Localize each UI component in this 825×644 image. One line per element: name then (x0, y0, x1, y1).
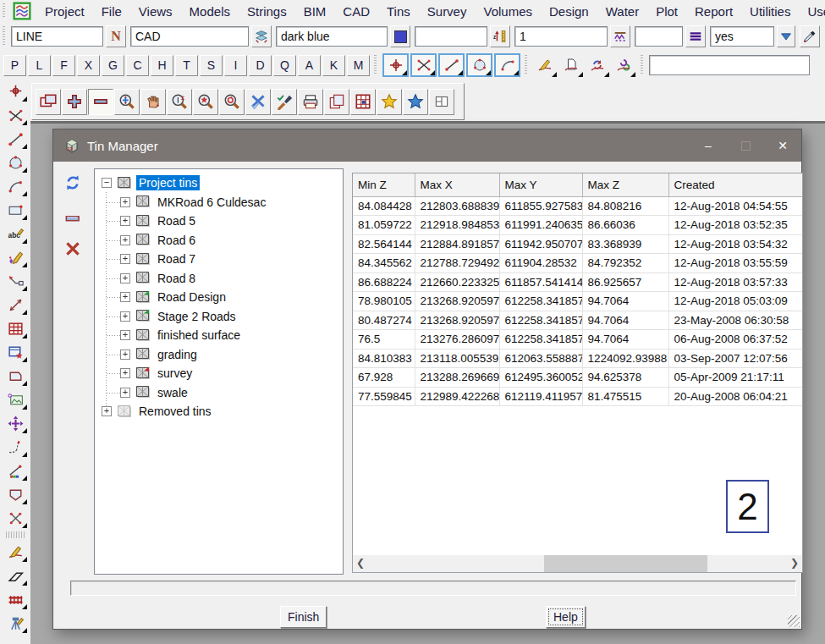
menu-item-tins[interactable]: Tins (378, 3, 419, 20)
wipe-button[interactable] (245, 89, 271, 115)
tree-expand-box[interactable]: + (120, 197, 130, 207)
snap-toggle-c[interactable]: C (126, 55, 149, 76)
resize-grip[interactable] (788, 615, 800, 627)
column-header-min-z[interactable]: Min Z (353, 173, 415, 196)
tree-item-road-6[interactable]: +Road 6 (95, 231, 343, 250)
create-circle-tool-icon[interactable] (3, 152, 27, 173)
finish-button[interactable]: Finish (280, 606, 327, 628)
table-row[interactable]: 77.559845212989.422268612119.41195781.47… (353, 387, 803, 406)
tree-item-label[interactable]: Road 6 (155, 233, 198, 248)
snap-toggle-g[interactable]: G (102, 55, 124, 76)
command-input[interactable] (649, 55, 810, 75)
column-header-max-z[interactable]: Max Z (582, 173, 668, 196)
table-row[interactable]: 76.5213276.286097612258.34185794.706406-… (353, 330, 803, 350)
tree-expand-box[interactable]: + (120, 292, 130, 302)
snap-toggle-a[interactable]: A (298, 55, 321, 76)
colour-swatch-button[interactable] (390, 25, 410, 47)
tree-expand-box[interactable]: + (120, 388, 130, 398)
name-mode-button[interactable]: N (106, 25, 126, 47)
favourite-star-yellow-button[interactable] (377, 89, 402, 115)
create-arc-tool-icon[interactable] (3, 176, 27, 196)
minimize-button[interactable]: – (690, 129, 727, 162)
menubar-grip[interactable] (3, 3, 8, 19)
tree-expand-box[interactable]: + (120, 235, 130, 245)
create-rectangle-tool-icon[interactable] (3, 200, 27, 220)
tree-item-label[interactable]: finished surface (155, 328, 243, 343)
create-text-tool-icon[interactable]: abc (3, 223, 27, 244)
dialog-titlebar[interactable]: 12 Tin Manager – ✕ (53, 129, 801, 162)
snap-toggle-q[interactable]: Q (273, 55, 296, 76)
tree-item-label[interactable]: Road 7 (155, 251, 198, 267)
tree-expand-box[interactable]: + (120, 311, 130, 322)
tree-expand-box[interactable]: + (120, 216, 130, 226)
tree-item-road-design[interactable]: +Road Design (95, 288, 343, 307)
refresh-button[interactable] (62, 172, 84, 194)
snap-toggle-i[interactable]: I (224, 55, 247, 76)
snap-toggle-k[interactable]: K (322, 55, 345, 76)
zoom-in-button[interactable] (62, 89, 87, 115)
table-row[interactable]: 84.084428212803.688839611855.92758384.80… (353, 196, 803, 216)
input-grip[interactable] (641, 55, 646, 75)
tinable-field[interactable] (710, 26, 774, 47)
copy-view-button[interactable] (324, 89, 349, 115)
tree-expand-box[interactable]: + (120, 368, 130, 378)
model-field[interactable] (130, 26, 249, 47)
menu-item-views[interactable]: Views (130, 3, 181, 20)
menu-item-strings[interactable]: Strings (239, 3, 295, 20)
snap-toggle-t[interactable]: T (175, 55, 198, 76)
snap-point-tool-icon[interactable] (3, 81, 27, 102)
tree-item-road-7[interactable]: +Road 7 (95, 250, 343, 269)
menu-item-utilities[interactable]: Utilities (741, 3, 799, 20)
new-plan-view-button[interactable] (36, 89, 61, 115)
road-track-tool-icon[interactable] (3, 589, 27, 609)
menu-item-cad[interactable]: CAD (334, 3, 378, 20)
grid-table-tool-icon[interactable] (3, 318, 27, 339)
colour-line-tool-icon[interactable] (3, 460, 27, 481)
insert-image-tool-icon[interactable] (3, 389, 27, 410)
menu-item-volumes[interactable]: Volumes (475, 3, 541, 20)
scroll-left-arrow[interactable]: ❮ (353, 555, 368, 572)
close-button[interactable]: ✕ (764, 129, 801, 162)
create-polygon-tool-icon[interactable] (3, 366, 27, 386)
scroll-right-arrow[interactable]: ❯ (787, 555, 802, 572)
snap-toggle-d[interactable]: D (249, 55, 272, 76)
tree-item-label[interactable]: Project tins (136, 175, 200, 190)
window-layout-button[interactable] (429, 89, 454, 115)
edit-page-icon[interactable] (559, 53, 583, 77)
survey-tripod-tool-icon[interactable] (3, 613, 27, 633)
snap-toggle-l[interactable]: L (28, 55, 51, 76)
tree-item-removed-tins[interactable]: +Removed tins (95, 402, 343, 421)
tree-item-survey[interactable]: +survey (95, 364, 343, 383)
view-window-tool-icon[interactable] (3, 342, 27, 362)
leader-tool-icon[interactable] (3, 271, 27, 291)
measure-tool-icon[interactable] (3, 294, 27, 315)
tree-item-swale[interactable]: +swale (95, 383, 343, 403)
edit-wave-tool-icon[interactable] (3, 542, 27, 562)
horizontal-scrollbar[interactable]: ❮ ❯ (353, 555, 802, 572)
menu-item-user[interactable]: User (799, 3, 825, 20)
colour-field[interactable] (276, 26, 388, 47)
height-field[interactable] (415, 26, 487, 47)
weight-waves-icon[interactable] (610, 25, 630, 47)
menu-item-survey[interactable]: Survey (419, 3, 476, 20)
tree-expand-box[interactable]: − (102, 178, 112, 188)
favourite-star-blue-button[interactable] (403, 89, 428, 115)
tree-expand-box[interactable]: + (120, 350, 130, 360)
tree-expand-box[interactable]: + (120, 330, 130, 340)
snap-toggle-x[interactable]: X (77, 55, 100, 76)
column-header-created[interactable]: Created (668, 173, 803, 196)
cursor-snap-icon[interactable] (382, 53, 409, 77)
scrollbar-thumb[interactable] (544, 555, 707, 572)
tree-item-label[interactable]: Removed tins (136, 404, 214, 419)
menu-item-water[interactable]: Water (597, 3, 647, 20)
circle-snap-icon[interactable] (466, 53, 492, 77)
snap-toggle-h[interactable]: H (151, 55, 173, 76)
eyedropper-button[interactable] (800, 25, 820, 47)
name-field[interactable] (11, 26, 103, 47)
model-layers-icon[interactable] (251, 25, 272, 47)
snap-toggle-s[interactable]: S (200, 55, 223, 76)
tree-expand-box[interactable]: + (102, 406, 112, 416)
linestyle-field[interactable] (635, 26, 683, 47)
column-header-max-y[interactable]: Max Y (499, 173, 582, 196)
tree-item-project-tins[interactable]: −Project tins (95, 173, 343, 193)
